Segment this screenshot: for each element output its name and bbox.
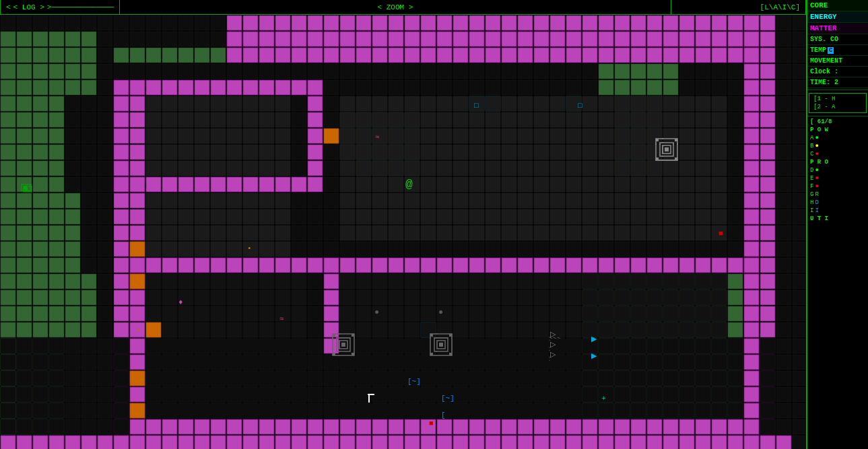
zoom-label: < ZOOM > bbox=[378, 3, 413, 11]
pow-label: P O W bbox=[807, 126, 868, 134]
separator-1 bbox=[807, 90, 868, 90]
log-label: < LOG > bbox=[11, 3, 47, 11]
game-canvas bbox=[0, 15, 806, 449]
panel-clock: Clock : bbox=[807, 67, 868, 77]
val-g: R bbox=[815, 191, 818, 198]
map-container bbox=[0, 15, 806, 449]
val-i: I bbox=[815, 207, 818, 214]
laic-label: [L\A\I\C] bbox=[760, 3, 800, 11]
val-h: D bbox=[815, 199, 818, 206]
prop-row-d: D ● bbox=[807, 166, 868, 174]
panel-core: CORE bbox=[807, 0, 868, 11]
panel-temp: TEMP C bbox=[807, 45, 868, 56]
uti-label: U T I bbox=[807, 215, 868, 223]
keybind-1: [1 - H bbox=[811, 95, 865, 103]
dot-e: ● bbox=[815, 175, 818, 182]
power-row-a: A ● bbox=[807, 134, 868, 142]
log-arrow-right: >────────────── bbox=[47, 3, 114, 11]
zoom-section: < ZOOM > bbox=[120, 0, 671, 14]
separator-2 bbox=[807, 116, 868, 116]
temp-bar: C bbox=[828, 47, 834, 54]
panel-movement: MOVEMENT bbox=[807, 56, 868, 67]
prop-row-h: H D bbox=[807, 199, 868, 207]
game-area: < < LOG > >────────────── < ZOOM > [L\A\… bbox=[0, 0, 806, 449]
panel-matter: MATTER bbox=[807, 23, 868, 34]
keybind-box: [1 - H [2 - A bbox=[809, 93, 867, 113]
pro-label: P R O bbox=[807, 158, 868, 166]
prop-row-g: G R bbox=[807, 191, 868, 199]
panel-energy: ENERGY bbox=[807, 11, 868, 23]
dot-d: ● bbox=[815, 167, 818, 174]
top-bar: < < LOG > >────────────── < ZOOM > [L\A\… bbox=[0, 0, 806, 15]
dot-a: ● bbox=[815, 135, 818, 141]
dot-f: ● bbox=[815, 183, 818, 190]
prop-row-i: I I bbox=[807, 207, 868, 215]
dot-c: ● bbox=[815, 151, 818, 158]
panel-sys: SYS. CO bbox=[807, 34, 868, 45]
prop-row-f: F ● bbox=[807, 182, 868, 191]
panel-time: TIME: 2 bbox=[807, 77, 868, 88]
log-section[interactable]: < < LOG > >────────────── bbox=[0, 0, 120, 14]
log-arrow-left: < bbox=[6, 3, 11, 11]
laic-section: [L\A\I\C] bbox=[671, 0, 806, 14]
dot-b: ● bbox=[815, 143, 818, 149]
power-header: [ 61/8 bbox=[807, 118, 868, 126]
power-row-b: B ● bbox=[807, 142, 868, 150]
prop-row-e: E ● bbox=[807, 174, 868, 182]
power-row-c: C ● bbox=[807, 150, 868, 158]
keybind-2: [2 - A bbox=[811, 103, 865, 111]
right-panel: CORE ENERGY MATTER SYS. CO TEMP C MOVEME… bbox=[806, 0, 868, 449]
main-container: < < LOG > >────────────── < ZOOM > [L\A\… bbox=[0, 0, 868, 449]
